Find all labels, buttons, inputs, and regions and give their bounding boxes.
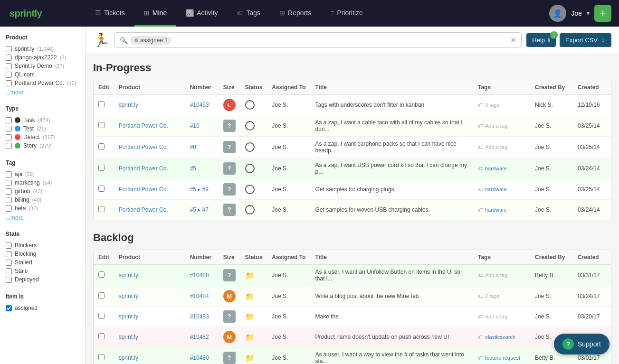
nav-tags[interactable]: 🏷 Tags: [228, 0, 270, 27]
search-input[interactable]: [174, 37, 507, 44]
title-cell[interactable]: Make the: [310, 307, 473, 327]
sidebar-product-ql-checkbox[interactable]: [6, 72, 12, 78]
row-checkbox[interactable]: [98, 333, 105, 339]
number-cell[interactable]: #10480: [185, 347, 219, 364]
sidebar-state-blocking-checkbox[interactable]: [6, 251, 12, 257]
number-cell[interactable]: #5 ▸ #7: [185, 200, 219, 220]
sidebar-type-story-checkbox[interactable]: [6, 143, 12, 149]
tags-cell[interactable]: 🏷hardware: [473, 179, 530, 200]
sidebar-state-stalled[interactable]: Stalled: [6, 258, 79, 267]
tags-cell[interactable]: 🏷Add a tag.: [473, 265, 530, 286]
tags-cell[interactable]: 🏷hardware: [473, 158, 530, 179]
sidebar-state-blockers-checkbox[interactable]: [6, 243, 12, 249]
row-checkbox[interactable]: [98, 354, 105, 360]
sidebar-tag-beta[interactable]: beta (32): [6, 204, 79, 213]
sidebar-more-products[interactable]: ...more: [6, 89, 79, 96]
title-cell[interactable]: As a user, I want a way to view the # of…: [310, 347, 473, 364]
nav-activity[interactable]: 📈 Activity: [176, 0, 227, 27]
tags-cell[interactable]: 🏷Add a tag.: [473, 137, 530, 158]
nav-prioritize[interactable]: ≡ Prioritize: [321, 0, 372, 27]
sidebar-type-task[interactable]: Task (474): [6, 116, 79, 124]
row-checkbox[interactable]: [98, 101, 105, 107]
sidebar-state-stalled-checkbox[interactable]: [6, 260, 12, 266]
sidebar-item-sprintly[interactable]: sprint.ly (1,046): [6, 45, 79, 53]
search-input-wrap[interactable]: 🔍 assignee:1 ✕: [114, 32, 522, 48]
sidebar-type-test[interactable]: Test (21): [6, 124, 79, 133]
title-cell[interactable]: Get samples for woven USB charging cable…: [310, 200, 473, 220]
sidebar-state-deployed[interactable]: Deployed: [6, 275, 79, 284]
sidebar-item-ql[interactable]: QL.com: [6, 70, 79, 79]
logo[interactable]: sprintly: [0, 8, 86, 19]
user-name[interactable]: Joe: [571, 9, 582, 17]
sidebar-product-demo-checkbox[interactable]: [6, 63, 12, 69]
sidebar-tag-marketing[interactable]: marketing (54): [6, 178, 79, 187]
number-cell[interactable]: #10484: [185, 286, 219, 307]
sidebar-state-blocking[interactable]: Blocking: [6, 250, 79, 258]
number-cell[interactable]: #10453: [185, 95, 219, 115]
row-checkbox[interactable]: [98, 271, 105, 278]
title-cell[interactable]: Write a blog post about the new Mine tab: [310, 286, 473, 307]
sidebar-tag-marketing-checkbox[interactable]: [6, 180, 12, 186]
sidebar-tag-beta-checkbox[interactable]: [6, 205, 12, 212]
support-button[interactable]: ? Support: [554, 334, 609, 355]
title-cell[interactable]: Get samples for charging plugs.: [310, 179, 473, 200]
sidebar-tag-api-checkbox[interactable]: [6, 171, 12, 177]
sidebar-state-stale[interactable]: Stale: [6, 267, 79, 275]
sidebar-itemis-assigned-checkbox[interactable]: [6, 305, 12, 311]
row-checkbox[interactable]: [98, 206, 105, 212]
number-cell[interactable]: #10: [185, 115, 219, 137]
number-cell[interactable]: #5 ▸ #9: [185, 179, 219, 200]
sidebar-state-stale-checkbox[interactable]: [6, 268, 12, 274]
number-cell[interactable]: #10488: [185, 265, 219, 286]
sidebar-type-task-checkbox[interactable]: [6, 117, 12, 123]
tags-cell[interactable]: 🏷elasticsearch: [473, 327, 530, 347]
sidebar-product-portland-checkbox[interactable]: [6, 80, 12, 86]
title-cell[interactable]: As a user, I want an Unfollow Button on …: [310, 265, 473, 286]
number-cell[interactable]: #8: [185, 137, 219, 158]
sidebar-item-django[interactable]: django-ajax2222 (2): [6, 53, 79, 62]
sidebar-type-defect-checkbox[interactable]: [6, 134, 12, 140]
sidebar-product-django-checkbox[interactable]: [6, 55, 12, 61]
row-checkbox[interactable]: [98, 143, 105, 149]
tags-cell[interactable]: 🏷feature request: [473, 347, 530, 364]
number-cell[interactable]: #10483: [185, 307, 219, 327]
help-button[interactable]: Help ℹ 1: [526, 33, 556, 47]
row-checkbox[interactable]: [98, 122, 105, 128]
sidebar-state-blockers[interactable]: Blockers: [6, 241, 79, 250]
number-cell[interactable]: #10482: [185, 327, 219, 347]
search-clear-icon[interactable]: ✕: [510, 36, 516, 45]
nav-tickets[interactable]: ☰ Tickets: [86, 0, 134, 27]
sidebar-item-portland[interactable]: Portland Power Co. (10): [6, 79, 79, 87]
sidebar-type-test-checkbox[interactable]: [6, 126, 12, 132]
nav-mine[interactable]: ⊞ Mine: [134, 0, 176, 27]
tags-cell[interactable]: 🏷Add a tag.: [473, 307, 530, 327]
nav-reports[interactable]: ⊞ Reports: [270, 0, 321, 27]
tags-cell[interactable]: 🏷Add a tag.: [473, 115, 530, 137]
sidebar-tag-api[interactable]: api (59): [6, 170, 79, 178]
add-button[interactable]: +: [594, 5, 611, 22]
title-cell[interactable]: Product name doesn't update on push acro…: [310, 327, 473, 347]
title-cell[interactable]: As a zap, I want earphone packs so that …: [310, 137, 473, 158]
row-checkbox[interactable]: [98, 186, 105, 192]
sidebar-type-story[interactable]: Story (279): [6, 141, 79, 150]
sidebar-product-sprintly-checkbox[interactable]: [6, 46, 12, 52]
sidebar-type-defect[interactable]: Defect (317): [6, 133, 79, 141]
title-cell[interactable]: Tags with underscores don't filter in ka…: [310, 95, 473, 115]
tags-cell[interactable]: 🏷hardware: [473, 200, 530, 220]
sidebar-tag-billing[interactable]: billing (40): [6, 196, 79, 204]
title-cell[interactable]: As a zap, I want USB power cord kit so t…: [310, 158, 473, 179]
title-cell[interactable]: As a zap, I want a cable taco with all o…: [310, 115, 473, 137]
tags-cell[interactable]: 🏷2 tags: [473, 286, 530, 307]
row-checkbox[interactable]: [98, 292, 105, 299]
sidebar-tag-github[interactable]: github (43): [6, 187, 79, 196]
sidebar-item-sprintlydemo[interactable]: Sprint.ly Demo (27): [6, 62, 79, 70]
number-cell[interactable]: #5: [185, 158, 219, 179]
sidebar-state-deployed-checkbox[interactable]: [6, 277, 12, 283]
tags-cell[interactable]: 🏷3 tags: [473, 95, 530, 115]
row-checkbox[interactable]: [98, 165, 105, 171]
sidebar-tag-github-checkbox[interactable]: [6, 188, 12, 195]
sidebar-itemis-assigned[interactable]: assigned: [6, 304, 79, 312]
export-csv-button[interactable]: Export CSV ⤓: [560, 33, 611, 47]
user-dropdown-icon[interactable]: ▾: [587, 10, 590, 17]
sidebar-more-tags[interactable]: ...more: [6, 215, 79, 221]
